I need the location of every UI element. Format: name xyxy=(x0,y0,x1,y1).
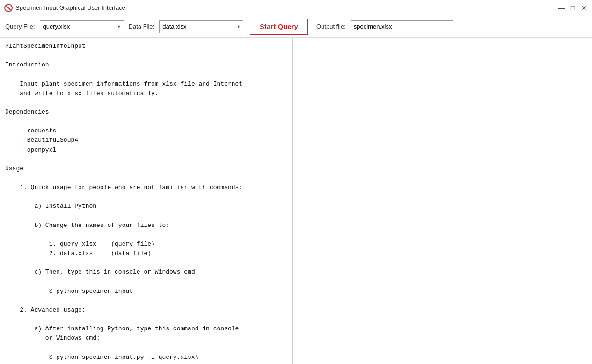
window-title: Specimen Input Graphical User Interface xyxy=(15,4,125,11)
output-file-input[interactable] xyxy=(351,20,453,33)
app-icon xyxy=(4,4,13,12)
svg-line-1 xyxy=(6,6,11,10)
query-file-label: Query File: xyxy=(5,23,35,30)
left-content-text: PlantSpecimenInfoInput Introduction Inpu… xyxy=(5,42,286,364)
toolbar: Query File: query.xlsx Data File: data.x… xyxy=(0,15,592,38)
right-panel xyxy=(293,38,592,364)
close-button[interactable]: ✕ xyxy=(580,4,588,12)
data-file-select[interactable]: data.xlsx xyxy=(159,20,243,33)
main-window: Specimen Input Graphical User Interface … xyxy=(0,0,592,364)
left-panel: PlantSpecimenInfoInput Introduction Inpu… xyxy=(0,38,293,364)
data-file-label: Data File: xyxy=(129,23,155,30)
maximize-button[interactable]: □ xyxy=(569,4,577,12)
minimize-button[interactable]: — xyxy=(558,4,565,12)
start-query-button[interactable]: Start Query xyxy=(250,19,308,35)
title-bar-controls: — □ ✕ xyxy=(558,4,588,12)
query-file-select-wrapper[interactable]: query.xlsx xyxy=(40,20,124,33)
main-area: PlantSpecimenInfoInput Introduction Inpu… xyxy=(0,38,592,364)
right-scroll-area[interactable] xyxy=(293,38,592,364)
left-scroll-area[interactable]: PlantSpecimenInfoInput Introduction Inpu… xyxy=(0,38,292,364)
query-file-select[interactable]: query.xlsx xyxy=(40,20,124,33)
data-file-select-wrapper[interactable]: data.xlsx xyxy=(159,20,243,33)
output-file-label: Output file: xyxy=(316,23,346,30)
title-bar-left: Specimen Input Graphical User Interface xyxy=(4,4,125,12)
title-bar: Specimen Input Graphical User Interface … xyxy=(0,0,592,15)
